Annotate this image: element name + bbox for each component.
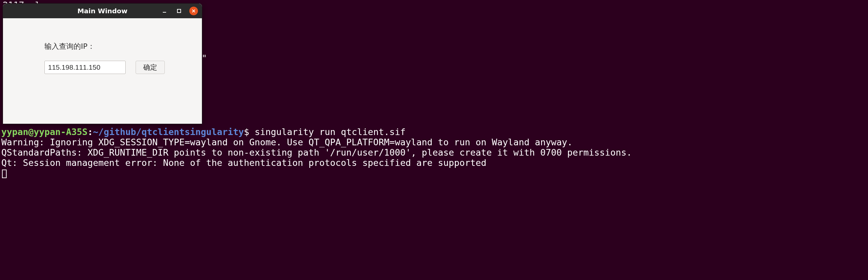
- terminal-output-line: QStandardPaths: XDG_RUNTIME_DIR points t…: [0, 147, 868, 158]
- terminal-output-line: Warning: Ignoring XDG_SESSION_TYPE=wayla…: [0, 137, 868, 147]
- minimize-button[interactable]: [160, 7, 169, 15]
- terminal-command: singularity run qtclient.sif: [249, 127, 405, 137]
- prompt-user-host: yypan@yypan-A35S: [1, 127, 88, 137]
- ip-input[interactable]: [44, 61, 126, 74]
- terminal-cursor-line[interactable]: [0, 168, 868, 178]
- prompt-dollar: $: [244, 127, 249, 137]
- minimize-icon: [162, 9, 167, 13]
- form-row: 确定: [44, 61, 189, 74]
- window-titlebar[interactable]: Main Window: [3, 4, 202, 18]
- main-window: Main Window 输入查询的IP： 确: [3, 3, 202, 124]
- close-button[interactable]: [189, 7, 198, 15]
- ip-query-label: 输入查询的IP：: [44, 41, 189, 51]
- window-title: Main Window: [77, 7, 127, 15]
- window-controls: [160, 7, 198, 15]
- svg-rect-1: [177, 9, 181, 12]
- terminal-text-remnant: ": [202, 53, 207, 63]
- close-icon: [191, 9, 196, 13]
- maximize-icon: [177, 9, 181, 13]
- terminal-output-line: Qt: Session management error: None of th…: [0, 158, 868, 168]
- terminal-output-block: yypan@yypan-A35S:~/github/qtclientsingul…: [0, 127, 868, 178]
- window-body: 输入查询的IP： 确定: [3, 18, 202, 81]
- prompt-colon: :: [88, 127, 93, 137]
- terminal-cursor: [2, 170, 7, 178]
- prompt-path: ~/github/qtclientsingularity: [93, 127, 244, 137]
- ok-button[interactable]: 确定: [135, 61, 165, 74]
- maximize-button[interactable]: [175, 7, 183, 15]
- terminal-prompt-line[interactable]: yypan@yypan-A35S:~/github/qtclientsingul…: [0, 127, 868, 137]
